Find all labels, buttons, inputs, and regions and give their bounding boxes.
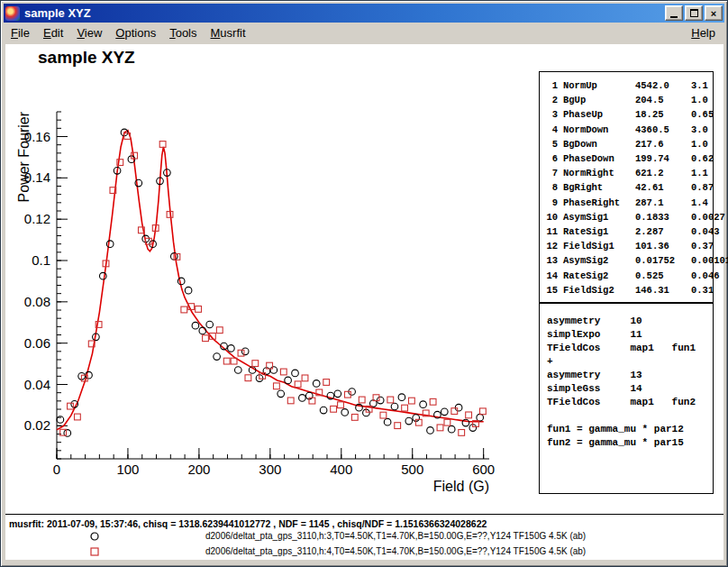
- param-row: 8BgRight42.610.87: [543, 180, 709, 195]
- theory-line: fun2 = gamma_mu * par15: [547, 436, 705, 450]
- circle-marker-icon: [88, 530, 101, 543]
- svg-text:0: 0: [53, 462, 60, 477]
- svg-text:Power Fourier: Power Fourier: [16, 111, 32, 202]
- close-button[interactable]: ×: [705, 5, 723, 21]
- param-row: 10AsymSig10.18330.0027: [543, 210, 709, 224]
- svg-text:500: 500: [401, 462, 423, 477]
- svg-text:400: 400: [330, 462, 352, 477]
- fit-info-text: musrfit: 2011-07-09, 15:37:46, chisq = 1…: [9, 518, 487, 529]
- param-row: 12FieldSig1101.360.37: [543, 239, 709, 253]
- param-row: 4NormDown4360.53.0: [543, 123, 709, 137]
- legend-row: d2006/deltat_pta_gps_3110,h:4,T0=4.50K,T…: [5, 544, 723, 559]
- plot-svg[interactable]: 01002003004005006000.020.040.060.080.10.…: [5, 96, 510, 504]
- param-row: 13AsymSig20.017520.00101: [543, 253, 709, 268]
- svg-text:Field (G): Field (G): [433, 479, 489, 494]
- legend-label: d2006/deltat_pta_gps_3110,h:3,T0=4.50K,T…: [205, 531, 586, 541]
- svg-text:0.1: 0.1: [32, 252, 50, 268]
- window-title: sample XYZ: [24, 6, 663, 20]
- param-row: 3PhaseUp18.250.65: [543, 107, 709, 122]
- menu-tools[interactable]: Tools: [169, 26, 196, 40]
- close-icon: ×: [711, 8, 716, 19]
- svg-text:0.04: 0.04: [24, 377, 50, 392]
- svg-text:300: 300: [259, 462, 281, 477]
- param-row: 1NormUp4542.03.1: [543, 78, 709, 93]
- svg-text:200: 200: [187, 462, 210, 477]
- menu-edit[interactable]: Edit: [43, 26, 63, 40]
- theory-line: asymmetry 13: [547, 369, 705, 382]
- param-row: 15FieldSig2146.310.31: [543, 283, 709, 297]
- menu-file[interactable]: File: [11, 26, 30, 40]
- legend-row: d2006/deltat_pta_gps_3110,h:3,T0=4.50K,T…: [5, 529, 723, 544]
- svg-text:600: 600: [472, 462, 495, 477]
- menu-options[interactable]: Options: [115, 26, 156, 40]
- minimize-button[interactable]: [665, 5, 683, 21]
- square-marker-icon: [88, 545, 101, 558]
- menu-musrfit[interactable]: Musrfit: [211, 26, 246, 40]
- theory-line: +: [547, 355, 705, 369]
- param-box: 1NormUp4542.03.12BgUp204.51.03PhaseUp18.…: [539, 71, 714, 303]
- legend-label: d2006/deltat_pta_gps_3110,h:4,T0=4.50K,T…: [205, 546, 586, 556]
- menubar-items: FileEditViewOptionsToolsMusrfit: [11, 26, 246, 40]
- param-row: 14RateSig20.5250.046: [543, 269, 709, 283]
- theory-line: [547, 409, 705, 423]
- app-window: sample XYZ × FileEditViewOptionsToolsMus…: [0, 0, 728, 567]
- svg-text:100: 100: [116, 462, 139, 477]
- param-row: 6PhaseDown199.740.62: [543, 151, 709, 166]
- theory-line: simplExpo 11: [547, 328, 705, 342]
- theory-line: TFieldCos map1 fun1: [547, 342, 705, 355]
- theory-box: asymmetry 10simplExpo 11TFieldCos map1 f…: [539, 303, 714, 494]
- theory-line: fun1 = gamma_mu * par12: [547, 423, 705, 436]
- svg-text:0.06: 0.06: [24, 335, 50, 351]
- param-row: 9PhaseRight287.11.4: [543, 196, 709, 210]
- param-row: 7NormRight621.21.1: [543, 166, 709, 180]
- svg-text:0.12: 0.12: [24, 211, 50, 226]
- app-icon[interactable]: [5, 6, 20, 21]
- menubar: FileEditViewOptionsToolsMusrfit Help: [4, 23, 724, 43]
- maximize-button[interactable]: [685, 5, 703, 21]
- minimize-icon: [670, 16, 678, 18]
- param-row: 5BgDown217.61.0: [543, 137, 709, 151]
- theory-line: asymmetry 10: [547, 315, 705, 328]
- maximize-icon: [690, 9, 698, 17]
- footer-divider: [5, 514, 723, 515]
- canvas-title: sample XYZ: [38, 48, 135, 68]
- param-row: 2BgUp204.51.0: [543, 93, 709, 107]
- param-row: 11RateSig12.2870.043: [543, 224, 709, 239]
- svg-text:0.02: 0.02: [24, 417, 50, 433]
- menu-view[interactable]: View: [77, 26, 102, 40]
- titlebar[interactable]: sample XYZ ×: [4, 4, 724, 23]
- svg-text:0.08: 0.08: [24, 294, 50, 309]
- theory-line: simpleGss 14: [547, 382, 705, 396]
- theory-line: TFieldCos map1 fun2: [547, 396, 705, 409]
- menu-help[interactable]: Help: [691, 26, 715, 40]
- root-canvas[interactable]: sample XYZ 01002003004005006000.020.040.…: [5, 44, 723, 560]
